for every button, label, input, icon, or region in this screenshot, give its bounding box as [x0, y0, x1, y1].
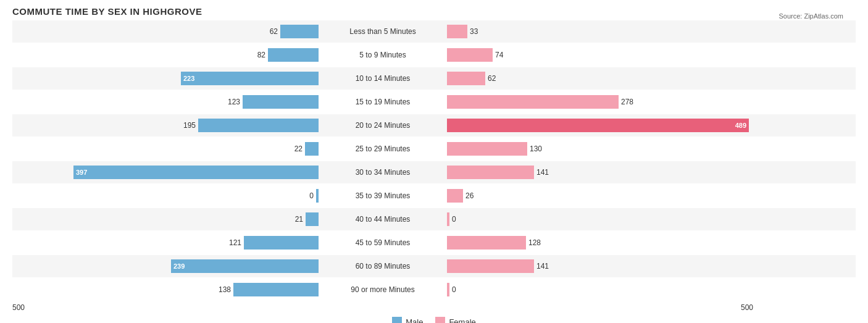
right-section: 141 — [444, 166, 753, 179]
right-section: 130 — [444, 142, 753, 156]
female-bar — [447, 48, 493, 62]
legend-male-label: Male — [406, 317, 423, 324]
female-bar — [447, 142, 527, 156]
legend: Male Female — [12, 317, 856, 323]
female-value: 33 — [470, 27, 488, 36]
right-section: 128 — [444, 236, 753, 250]
male-bar: 239 — [171, 259, 319, 273]
right-section: 26 — [444, 189, 753, 203]
left-section: 82 — [12, 48, 321, 62]
female-bar — [447, 283, 449, 296]
male-bar — [306, 212, 319, 226]
table-row: 39739730 to 34 Minutes141 — [12, 161, 856, 183]
female-bar — [447, 25, 467, 38]
chart-area: 62Less than 5 Minutes33825 to 9 Minutes7… — [12, 20, 856, 301]
time-label: 40 to 44 Minutes — [321, 215, 444, 224]
male-value: 123 — [222, 98, 240, 106]
time-label: 30 to 34 Minutes — [321, 168, 444, 177]
table-row: 035 to 39 Minutes26 — [12, 185, 856, 207]
legend-blue-box — [392, 317, 402, 323]
female-bar — [447, 166, 534, 179]
left-section: 121 — [12, 236, 321, 250]
right-section: 489489 — [444, 119, 753, 132]
female-bar — [447, 95, 619, 109]
time-label: 20 to 24 Minutes — [321, 121, 444, 130]
female-value: 278 — [621, 98, 640, 106]
female-value: 141 — [536, 262, 555, 271]
male-bar — [280, 25, 319, 38]
time-label: 25 to 29 Minutes — [321, 145, 444, 153]
legend-male: Male — [392, 317, 423, 323]
female-bar — [447, 72, 485, 85]
table-row: 13890 or more Minutes0 — [12, 279, 856, 301]
legend-female-label: Female — [449, 317, 475, 324]
female-bar — [447, 236, 526, 250]
table-row: 2140 to 44 Minutes0 — [12, 208, 856, 230]
female-bar — [447, 259, 534, 273]
male-value: 121 — [223, 238, 241, 247]
male-bar — [244, 236, 319, 250]
male-bar: 397 — [73, 166, 319, 179]
legend-female: Female — [435, 317, 475, 323]
chart-wrapper: COMMUTE TIME BY SEX IN HIGHGROVE Source:… — [12, 6, 856, 323]
table-row: 2225 to 29 Minutes130 — [12, 138, 856, 160]
male-bar — [305, 142, 319, 156]
left-section: 123 — [12, 95, 321, 109]
table-row: 12315 to 19 Minutes278 — [12, 91, 856, 113]
right-section: 278 — [444, 95, 753, 109]
axis-row: 500 500 — [12, 303, 856, 312]
female-value: 130 — [530, 145, 548, 153]
female-value: 0 — [452, 285, 470, 294]
left-section: 239239 — [12, 259, 321, 273]
male-value: 82 — [247, 51, 265, 59]
male-value: 22 — [284, 145, 303, 153]
time-label: 90 or more Minutes — [321, 285, 444, 294]
female-value: 74 — [495, 51, 514, 59]
male-value: 138 — [212, 285, 231, 294]
time-label: 45 to 59 Minutes — [321, 238, 444, 247]
table-row: 12145 to 59 Minutes128 — [12, 232, 856, 254]
right-section: 141 — [444, 259, 753, 273]
legend-pink-box — [435, 317, 445, 323]
axis-left-label: 500 — [12, 303, 321, 312]
table-row: 62Less than 5 Minutes33 — [12, 20, 856, 43]
table-row: 19520 to 24 Minutes489489 — [12, 114, 856, 136]
male-bar — [233, 283, 319, 296]
right-section: 62 — [444, 72, 753, 85]
left-section: 138 — [12, 283, 321, 296]
time-label: 15 to 19 Minutes — [321, 98, 444, 106]
male-bar: 223 — [181, 72, 319, 85]
male-bar — [198, 119, 319, 132]
male-bar — [268, 48, 319, 62]
right-section: 33 — [444, 25, 753, 38]
time-label: 60 to 89 Minutes — [321, 262, 444, 271]
right-section: 74 — [444, 48, 753, 62]
male-value: 0 — [295, 191, 314, 200]
female-bar — [447, 212, 449, 226]
table-row: 22322310 to 14 Minutes62 — [12, 67, 856, 90]
female-bar — [447, 189, 463, 203]
male-value: 195 — [177, 121, 196, 130]
left-section: 62 — [12, 25, 321, 38]
time-label: 5 to 9 Minutes — [321, 51, 444, 59]
left-section: 223223 — [12, 72, 321, 85]
axis-right-label: 500 — [444, 303, 753, 312]
female-value: 62 — [488, 74, 506, 83]
source-label: Source: ZipAtlas.com — [778, 12, 843, 20]
female-value: 26 — [465, 191, 484, 200]
male-value: 62 — [259, 27, 278, 36]
left-section: 397397 — [12, 166, 321, 179]
female-value: 128 — [528, 238, 547, 247]
female-value: 141 — [536, 168, 555, 177]
female-value: 0 — [452, 215, 470, 224]
left-section: 22 — [12, 142, 321, 156]
table-row: 23923960 to 89 Minutes141 — [12, 255, 856, 277]
male-bar — [243, 95, 319, 109]
male-value: 21 — [285, 215, 303, 224]
female-bar: 489 — [447, 119, 749, 132]
male-bar — [316, 189, 319, 203]
left-section: 195 — [12, 119, 321, 132]
chart-title: COMMUTE TIME BY SEX IN HIGHGROVE — [12, 6, 856, 17]
right-section: 0 — [444, 212, 753, 226]
time-label: Less than 5 Minutes — [321, 27, 444, 36]
